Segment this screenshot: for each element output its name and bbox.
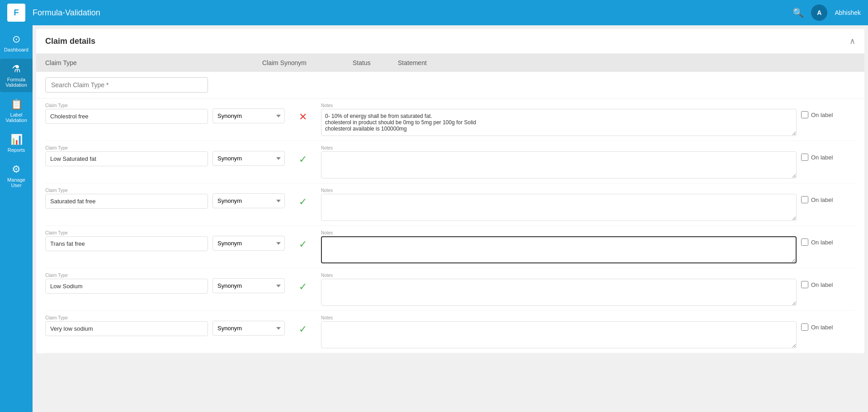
claim-type-input[interactable] <box>45 236 208 251</box>
claim-type-label: Claim Type <box>45 230 208 235</box>
notes-textarea[interactable] <box>321 194 797 221</box>
status-cell: ✕ <box>289 103 316 123</box>
top-nav: F Formula-Validation 🔍 A Abhishek <box>0 0 868 25</box>
check-icon: ✓ <box>299 323 307 335</box>
sidebar-item-formula-validation[interactable]: ⚗ Formula Validation <box>0 59 33 92</box>
table-header: Claim Type Claim Synonym Status Statemen… <box>36 54 864 72</box>
synonym-field: Synonym <box>212 315 285 336</box>
status-cell: ✓ <box>289 188 316 208</box>
claim-type-input[interactable] <box>45 151 208 166</box>
dashboard-icon: ⊙ <box>12 33 20 45</box>
notes-label: Notes <box>321 230 797 235</box>
claim-type-label: Claim Type <box>45 315 208 320</box>
synonym-select[interactable]: Synonym <box>212 193 285 208</box>
notes-textarea[interactable] <box>321 279 797 306</box>
panel-title: Claim details <box>45 37 95 46</box>
col-claim-type: Claim Type <box>45 59 262 66</box>
synonym-select[interactable]: Synonym <box>212 236 285 251</box>
synonym-select[interactable]: Synonym <box>212 321 285 336</box>
on-label-checkbox[interactable] <box>801 111 808 118</box>
sidebar-item-manage-user[interactable]: ⚙ Manage User <box>0 159 33 192</box>
col-statement: Statement <box>398 59 855 66</box>
notes-textarea[interactable] <box>321 151 797 178</box>
status-cell: ✓ <box>289 230 316 250</box>
check-icon: ✓ <box>299 196 307 208</box>
notes-label: Notes <box>321 188 797 193</box>
table-row: Claim Type Synonym ✓ Notes On label <box>45 183 855 226</box>
collapse-button[interactable]: ∧ <box>849 36 855 46</box>
sidebar-item-dashboard-label: Dashboard <box>4 47 28 52</box>
sidebar-item-label-validation-label: Label Validation <box>2 112 31 123</box>
notes-textarea[interactable] <box>321 321 797 348</box>
notes-label: Notes <box>321 273 797 278</box>
cross-icon: ✕ <box>299 111 307 123</box>
on-label-cell: On label <box>801 315 855 331</box>
on-label-checkbox[interactable] <box>801 154 808 161</box>
check-icon: ✓ <box>299 154 307 165</box>
table-row: Claim Type Synonym ✕ Notes 0- 10% of ene… <box>45 98 855 141</box>
sidebar-item-dashboard[interactable]: ⊙ Dashboard <box>0 29 33 57</box>
sidebar-item-formula-label: Formula Validation <box>2 77 31 88</box>
claim-type-input[interactable] <box>45 194 208 209</box>
on-label-text: On label <box>811 239 833 246</box>
notes-cell: Notes <box>321 273 797 306</box>
synonym-field: Synonym <box>212 145 285 166</box>
synonym-field: Synonym <box>212 230 285 251</box>
claim-type-label: Claim Type <box>45 273 208 278</box>
table-row: Claim Type Synonym ✓ Notes On label <box>45 226 855 268</box>
user-avatar: A <box>811 5 827 21</box>
synonym-select[interactable]: Synonym <box>212 108 285 123</box>
notes-label: Notes <box>321 315 797 320</box>
status-cell: ✓ <box>289 273 316 293</box>
nav-right: 🔍 A Abhishek <box>793 5 861 21</box>
notes-textarea[interactable] <box>321 236 797 263</box>
claim-type-field: Claim Type <box>45 315 208 336</box>
on-label-cell: On label <box>801 273 855 288</box>
synonym-field: Synonym <box>212 188 285 208</box>
claim-type-input[interactable] <box>45 321 208 336</box>
reports-icon: 📊 <box>10 134 23 145</box>
on-label-cell: On label <box>801 188 855 203</box>
on-label-checkbox[interactable] <box>801 323 808 331</box>
sidebar-item-reports-label: Reports <box>8 147 25 153</box>
synonym-field: Synonym <box>212 103 285 123</box>
on-label-checkbox[interactable] <box>801 281 808 288</box>
notes-label: Notes <box>321 103 797 108</box>
on-label-text: On label <box>811 324 833 331</box>
search-claim-type-input[interactable] <box>45 77 208 93</box>
synonym-select[interactable]: Synonym <box>212 151 285 166</box>
on-label-cell: On label <box>801 145 855 161</box>
content: Claim details ∧ Claim Type Claim Synonym… <box>33 25 868 412</box>
synonym-field: Synonym <box>212 273 285 293</box>
on-label-checkbox[interactable] <box>801 239 808 246</box>
app-title: Formula-Validation <box>33 8 793 18</box>
on-label-cell: On label <box>801 230 855 246</box>
user-name: Abhishek <box>835 9 861 16</box>
claim-type-label: Claim Type <box>45 188 208 193</box>
search-button[interactable]: 🔍 <box>793 7 804 18</box>
sidebar-item-label-validation[interactable]: 📋 Label Validation <box>0 94 33 127</box>
sidebar-item-reports[interactable]: 📊 Reports <box>0 129 33 157</box>
notes-textarea[interactable]: 0- 10% of energy shall be from saturated… <box>321 109 797 136</box>
synonym-select[interactable]: Synonym <box>212 278 285 293</box>
label-validation-icon: 📋 <box>10 98 23 110</box>
table-row: Claim Type Synonym ✓ Notes On label <box>45 268 855 311</box>
notes-cell: Notes 0- 10% of energy shall be from sat… <box>321 103 797 136</box>
claim-type-input[interactable] <box>45 109 208 124</box>
sidebar: ⊙ Dashboard ⚗ Formula Validation 📋 Label… <box>0 25 33 412</box>
claim-type-field: Claim Type <box>45 230 208 251</box>
status-cell: ✓ <box>289 315 316 335</box>
notes-label: Notes <box>321 145 797 150</box>
sidebar-item-manage-user-label: Manage User <box>2 177 31 188</box>
table-row: Claim Type Synonym ✓ Notes On label <box>45 141 855 183</box>
col-claim-synonym: Claim Synonym <box>262 59 353 66</box>
claim-details-header: Claim details ∧ <box>36 29 864 54</box>
on-label-text: On label <box>811 281 833 288</box>
on-label-checkbox[interactable] <box>801 196 808 203</box>
manage-user-icon: ⚙ <box>12 164 21 175</box>
notes-cell: Notes <box>321 230 797 263</box>
claim-type-field: Claim Type <box>45 188 208 209</box>
claim-type-input[interactable] <box>45 279 208 294</box>
on-label-text: On label <box>811 197 833 203</box>
notes-cell: Notes <box>321 145 797 178</box>
